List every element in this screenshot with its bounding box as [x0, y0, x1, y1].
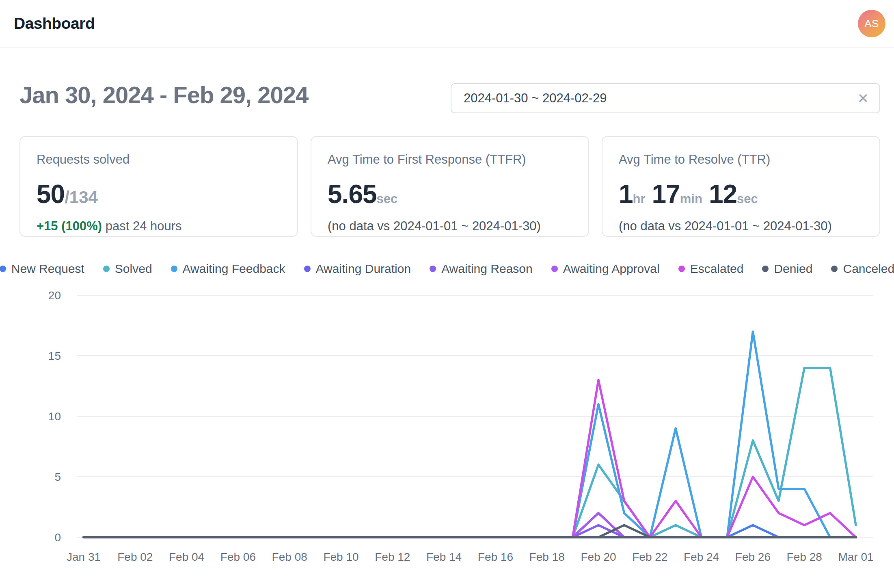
legend-label: Awaiting Duration [316, 262, 411, 276]
legend-dot-icon [762, 266, 769, 272]
delta-badge: +15 (100%) [37, 219, 102, 233]
x-axis-tick-label: Feb 24 [684, 551, 719, 563]
legend-label: Awaiting Approval [563, 262, 660, 276]
y-axis-tick-label: 5 [54, 471, 61, 483]
stat-card-value: 1hr 17min 12sec [619, 179, 863, 209]
series-line-awaiting-duration [84, 513, 856, 537]
x-axis-tick-label: Feb 22 [632, 551, 667, 563]
requests-line-chart: 05101520Jan 31Feb 02Feb 04Feb 06Feb 08Fe… [0, 280, 894, 588]
x-axis-tick-label: Feb 26 [735, 551, 771, 563]
stat-cards-row: Requests solved 50/134 +15 (100%) past 2… [19, 136, 880, 237]
stat-card-subtext: +15 (100%) past 24 hours [37, 219, 281, 233]
legend-item-awaiting-approval[interactable]: Awaiting Approval [551, 262, 660, 276]
legend-item-awaiting-reason[interactable]: Awaiting Reason [430, 262, 533, 276]
stat-card-ttr: Avg Time to Resolve (TTR) 1hr 17min 12se… [602, 136, 880, 237]
stat-card-note: (no data vs 2024-01-01 ~ 2024-01-30) [328, 219, 572, 233]
legend-dot-icon [678, 266, 685, 272]
value-group: 5.65sec [328, 179, 397, 209]
legend-label: Escalated [690, 262, 744, 276]
stat-card-title: Avg Time to First Response (TTFR) [328, 152, 572, 167]
x-axis-tick-label: Feb 10 [323, 551, 358, 563]
chart-canvas[interactable]: 05101520Jan 31Feb 02Feb 04Feb 06Feb 08Fe… [0, 280, 894, 588]
legend-item-denied[interactable]: Denied [762, 262, 812, 276]
stat-card-title: Avg Time to Resolve (TTR) [619, 152, 863, 167]
stat-card-requests-solved: Requests solved 50/134 +15 (100%) past 2… [19, 136, 298, 237]
legend-dot-icon [551, 266, 558, 272]
legend-label: Awaiting Feedback [183, 262, 285, 276]
stat-card-title: Requests solved [37, 152, 281, 167]
ttr-seconds: 12 [709, 179, 737, 209]
x-axis-tick-label: Jan 31 [67, 551, 101, 563]
legend-dot-icon [430, 266, 436, 272]
legend-item-awaiting-duration[interactable]: Awaiting Duration [304, 262, 411, 276]
date-range-picker[interactable]: ✕ [451, 83, 880, 113]
legend-item-canceled[interactable]: Canceled [831, 262, 894, 276]
legend-label: New Request [11, 262, 84, 276]
stat-card-note: (no data vs 2024-01-01 ~ 2024-01-30) [619, 219, 863, 233]
series-line-new-request [84, 525, 856, 537]
legend-label: Solved [115, 262, 152, 276]
x-axis-tick-label: Feb 02 [117, 551, 153, 563]
legend-dot-icon [831, 266, 838, 272]
chart-legend: New RequestSolvedAwaiting FeedbackAwaiti… [0, 262, 894, 276]
page-title: Dashboard [14, 15, 95, 32]
ttr-seconds-unit: sec [737, 192, 758, 206]
x-axis-tick-label: Feb 16 [478, 551, 513, 563]
ttfr-unit: sec [377, 192, 398, 206]
legend-dot-icon [304, 266, 311, 272]
y-axis-tick-label: 15 [48, 350, 61, 362]
requests-total-count: /134 [65, 188, 98, 207]
stat-card-value: 50/134 [37, 179, 281, 209]
ttr-minutes: 17 [652, 179, 680, 209]
x-axis-tick-label: Feb 06 [220, 551, 256, 563]
ttr-hours: 1 [619, 179, 633, 209]
x-axis-tick-label: Feb 08 [272, 551, 307, 563]
value-group: 1hr [619, 179, 646, 209]
ttfr-value: 5.65 [328, 179, 377, 209]
y-axis-tick-label: 0 [54, 531, 61, 544]
legend-dot-icon [103, 266, 110, 272]
stat-card-ttfr: Avg Time to First Response (TTFR) 5.65se… [311, 136, 589, 237]
user-avatar[interactable]: AS [858, 10, 885, 37]
x-axis-tick-label: Feb 14 [426, 551, 462, 563]
y-axis-tick-label: 20 [48, 289, 61, 302]
value-group: 17min [652, 179, 702, 209]
stat-card-value: 5.65sec [328, 179, 572, 209]
x-axis-tick-label: Feb 20 [581, 551, 616, 563]
top-bar: Dashboard AS [0, 0, 894, 48]
legend-item-new-request[interactable]: New Request [0, 262, 84, 276]
series-line-awaiting-approval [84, 513, 856, 537]
ttr-hours-unit: hr [633, 192, 646, 206]
requests-solved-count: 50 [37, 179, 65, 209]
avatar-initials: AS [864, 17, 879, 30]
date-range-heading: Jan 30, 2024 - Feb 29, 2024 [19, 81, 308, 108]
value-group: 12sec [709, 179, 758, 209]
series-line-solved [84, 368, 856, 537]
legend-label: Canceled [843, 262, 894, 276]
legend-label: Denied [774, 262, 812, 276]
date-range-input[interactable] [451, 84, 879, 112]
legend-dot-icon [0, 266, 6, 272]
x-axis-tick-label: Feb 18 [529, 551, 565, 563]
clear-date-icon[interactable]: ✕ [857, 91, 869, 105]
legend-item-awaiting-feedback[interactable]: Awaiting Feedback [171, 262, 285, 276]
x-axis-tick-label: Mar 01 [838, 551, 873, 563]
series-line-escalated [84, 380, 856, 537]
legend-item-solved[interactable]: Solved [103, 262, 152, 276]
x-axis-tick-label: Feb 28 [787, 551, 822, 563]
legend-item-escalated[interactable]: Escalated [678, 262, 744, 276]
legend-dot-icon [171, 266, 177, 272]
y-axis-tick-label: 10 [48, 410, 61, 423]
legend-label: Awaiting Reason [441, 262, 533, 276]
delta-note: past 24 hours [102, 219, 181, 233]
ttr-minutes-unit: min [680, 192, 702, 206]
x-axis-tick-label: Feb 12 [375, 551, 410, 563]
x-axis-tick-label: Feb 04 [169, 551, 204, 563]
